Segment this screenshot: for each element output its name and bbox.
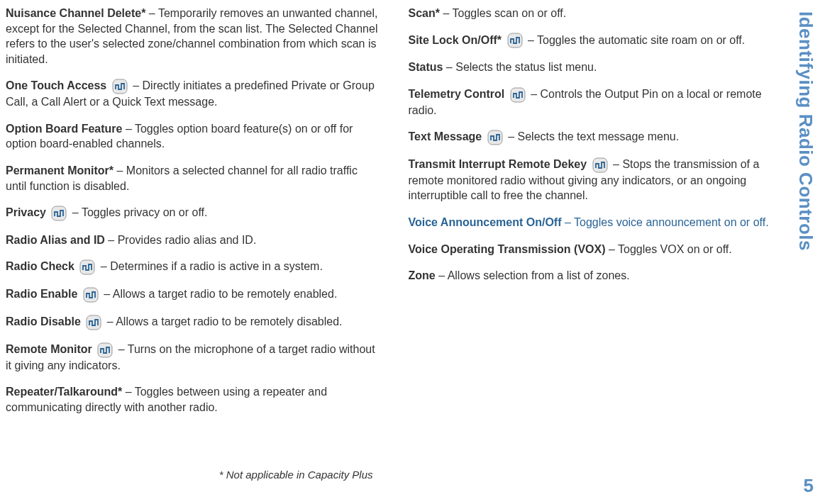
separator-dash: – — [126, 386, 132, 398]
svg-rect-2 — [80, 260, 94, 274]
separator-dash: – — [508, 130, 514, 142]
svg-rect-9 — [593, 158, 607, 172]
term: Transmit Interrupt Remote Dekey — [409, 158, 587, 170]
term: Remote Monitor — [6, 343, 92, 355]
description: Provides radio alias and ID. — [118, 234, 257, 246]
term: Radio Check — [6, 260, 74, 272]
separator-dash: – — [613, 158, 619, 170]
definition-entry: Voice Operating Transmission (VOX) – Tog… — [409, 242, 783, 257]
term: Zone — [409, 269, 436, 281]
digital-icon — [83, 287, 99, 303]
definition-entry: Repeater/Talkaround* – Toggles between u… — [6, 384, 380, 415]
left-column: Nuisance Channel Delete* – Temporarily r… — [6, 6, 380, 481]
separator-dash: – — [116, 164, 123, 177]
term: Voice Announcement On/Off — [409, 216, 562, 228]
separator-dash: – — [104, 288, 110, 300]
digital-icon — [97, 342, 113, 358]
page-number: 5 — [804, 475, 814, 497]
svg-rect-6 — [508, 33, 522, 47]
separator-dash: – — [149, 7, 155, 19]
definition-entry: Radio Alias and ID – Provides radio alia… — [6, 233, 380, 248]
svg-rect-8 — [488, 130, 502, 145]
description: Allows a target radio to be remotely ena… — [113, 288, 338, 300]
term: Radio Enable — [6, 288, 77, 300]
svg-rect-0 — [113, 79, 127, 94]
term: Permanent Monitor* — [6, 164, 113, 177]
definition-entry: Telemetry Control – Controls the Output … — [409, 86, 783, 118]
separator-dash: – — [438, 269, 445, 281]
term: Privacy — [6, 206, 46, 218]
content-columns: Nuisance Channel Delete* – Temporarily r… — [6, 6, 782, 481]
definition-entry: Site Lock On/Off* – Toggles the automati… — [409, 33, 783, 49]
definition-entry: Remote Monitor – Turns on the microphone… — [6, 342, 380, 373]
description: Selects the text message menu. — [518, 130, 680, 142]
term: Repeater/Talkaround* — [6, 386, 122, 398]
digital-icon — [510, 87, 526, 103]
section-title-vertical: Identifying Radio Controls — [794, 11, 816, 251]
term: Scan* — [409, 7, 440, 19]
separator-dash: – — [609, 243, 615, 255]
separator-dash: – — [446, 61, 453, 73]
svg-rect-3 — [84, 288, 98, 302]
description: Toggles privacy on or off. — [82, 206, 208, 218]
digital-icon — [592, 157, 608, 173]
definition-entry: Radio Disable – Allows a target radio to… — [6, 314, 380, 330]
term: Text Message — [409, 130, 482, 142]
definition-entry: Status – Selects the status list menu. — [409, 60, 783, 75]
definition-entry: Transmit Interrupt Remote Dekey – Stops … — [409, 157, 783, 203]
svg-rect-7 — [511, 88, 525, 102]
term: Nuisance Channel Delete* — [6, 7, 145, 19]
definition-entry: Nuisance Channel Delete* – Temporarily r… — [6, 6, 380, 67]
separator-dash: – — [565, 216, 571, 228]
digital-icon — [79, 259, 95, 275]
description: Selects the status list menu. — [455, 61, 597, 73]
description: Determines if a radio is active in a sys… — [110, 260, 323, 272]
term: One Touch Access — [6, 79, 106, 91]
digital-icon — [112, 79, 128, 94]
description: Toggles the automatic site roam on or of… — [537, 34, 745, 46]
term: Option Board Feature — [6, 123, 122, 135]
separator-dash: – — [133, 79, 139, 91]
definition-entry: Radio Check – Determines if a radio is a… — [6, 259, 380, 275]
separator-dash: – — [107, 315, 113, 327]
svg-rect-1 — [52, 206, 66, 220]
right-column: Scan* – Toggles scan on or off.Site Lock… — [409, 6, 783, 481]
description: Toggles VOX on or off. — [618, 243, 732, 255]
term: Radio Alias and ID — [6, 234, 105, 246]
separator-dash: – — [101, 260, 107, 272]
description: Toggles voice announcement on or off. — [574, 216, 769, 228]
definition-entry: Radio Enable – Allows a target radio to … — [6, 286, 380, 303]
term: Voice Operating Transmission (VOX) — [409, 243, 606, 255]
definition-entry: Permanent Monitor* – Monitors a selected… — [6, 163, 380, 194]
digital-icon — [487, 130, 503, 145]
svg-rect-4 — [87, 315, 101, 330]
separator-dash: – — [443, 7, 449, 19]
description: Allows a target radio to be remotely dis… — [116, 315, 342, 327]
digital-icon — [51, 206, 67, 221]
term: Radio Disable — [6, 315, 81, 327]
footnote: * Not applicable in Capacity Plus — [6, 469, 380, 481]
separator-dash: – — [528, 34, 534, 46]
digital-icon — [86, 315, 101, 330]
svg-rect-5 — [98, 343, 112, 357]
separator-dash: – — [108, 234, 114, 246]
term: Telemetry Control — [409, 88, 505, 100]
definition-entry: One Touch Access – Directly initiates a … — [6, 78, 380, 109]
definition-entry: Scan* – Toggles scan on or off. — [409, 6, 783, 21]
separator-dash: – — [531, 88, 537, 100]
definition-entry: Text Message – Selects the text message … — [409, 129, 783, 145]
description: Toggles scan on or off. — [452, 7, 566, 19]
definition-entry: Option Board Feature – Toggles option bo… — [6, 121, 380, 152]
term: Status — [409, 61, 443, 73]
definition-entry: Privacy – Toggles privacy on or off. — [6, 205, 380, 221]
definition-entry: Voice Announcement On/Off – Toggles voic… — [409, 215, 783, 230]
separator-dash: – — [118, 343, 125, 355]
definition-entry: Zone – Allows selection from a list of z… — [409, 268, 783, 284]
separator-dash: – — [126, 123, 132, 135]
term: Site Lock On/Off* — [409, 34, 502, 46]
separator-dash: – — [72, 206, 79, 218]
description: Allows selection from a list of zones. — [448, 269, 630, 281]
digital-icon — [507, 33, 523, 48]
